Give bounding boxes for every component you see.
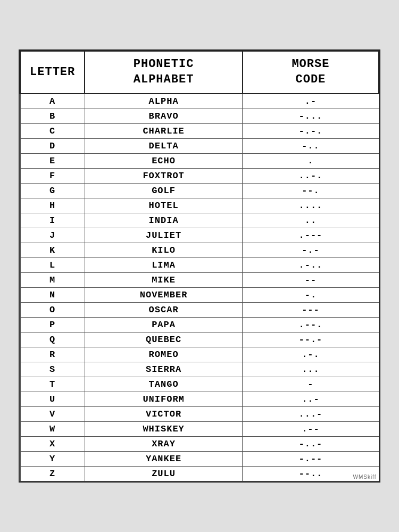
cell-morse: .- bbox=[243, 94, 379, 109]
table-header-row: LETTER PHONETIC ALPHABET MORSE CODE bbox=[20, 51, 379, 93]
cell-morse: .--- bbox=[243, 228, 379, 243]
cell-phonetic: UNIFORM bbox=[85, 392, 243, 406]
table-row: FFOXTROT..-. bbox=[20, 168, 379, 183]
table-row: GGOLF--. bbox=[20, 183, 379, 198]
cell-letter: D bbox=[20, 138, 85, 153]
cell-letter: E bbox=[20, 153, 85, 168]
cell-letter: B bbox=[20, 109, 85, 123]
cell-morse: --. bbox=[243, 183, 379, 198]
cell-phonetic: INDIA bbox=[85, 213, 243, 228]
table-row: YYANKEE-.-- bbox=[20, 451, 379, 466]
table-row: SSIERRA... bbox=[20, 362, 379, 377]
table-row: VVICTOR...- bbox=[20, 406, 379, 421]
cell-morse: ..- bbox=[243, 392, 379, 406]
table-row: TTANGO- bbox=[20, 377, 379, 392]
table-row: IINDIA.. bbox=[20, 213, 379, 228]
table-row: AALPHA.- bbox=[20, 94, 379, 109]
cell-morse: - bbox=[243, 377, 379, 392]
table-row: KKILO-.- bbox=[20, 243, 379, 257]
cell-morse: -.-- bbox=[243, 451, 379, 466]
table-row: UUNIFORM..- bbox=[20, 392, 379, 406]
cell-phonetic: ALPHA bbox=[85, 94, 243, 109]
cell-letter: U bbox=[20, 392, 85, 406]
cell-letter: S bbox=[20, 362, 85, 377]
table-body: AALPHA.-BBRAVO-...CCHARLIE-.-.DDELTA-..E… bbox=[20, 94, 379, 481]
cell-phonetic: BRAVO bbox=[85, 109, 243, 123]
table-row: LLIMA.-.. bbox=[20, 257, 379, 272]
table-row: NNOVEMBER-. bbox=[20, 287, 379, 302]
cell-morse: -. bbox=[243, 287, 379, 302]
header-letter: LETTER bbox=[20, 51, 85, 93]
table-row: MMIKE-- bbox=[20, 272, 379, 287]
cell-morse: .-- bbox=[243, 421, 379, 436]
cell-morse: --- bbox=[243, 302, 379, 317]
table-row: JJULIET.--- bbox=[20, 228, 379, 243]
cell-letter: T bbox=[20, 377, 85, 392]
morse-code-table-card: LETTER PHONETIC ALPHABET MORSE CODE AALP… bbox=[19, 49, 380, 482]
cell-morse: .--. bbox=[243, 317, 379, 332]
cell-letter: H bbox=[20, 198, 85, 213]
cell-letter: X bbox=[20, 436, 85, 451]
cell-phonetic: CHARLIE bbox=[85, 123, 243, 138]
cell-phonetic: ECHO bbox=[85, 153, 243, 168]
cell-letter: R bbox=[20, 347, 85, 362]
header-phonetic: PHONETIC ALPHABET bbox=[85, 51, 243, 93]
cell-letter: J bbox=[20, 228, 85, 243]
cell-phonetic: HOTEL bbox=[85, 198, 243, 213]
table-row: RROMEO.-. bbox=[20, 347, 379, 362]
cell-morse: ... bbox=[243, 362, 379, 377]
table-row: OOSCAR--- bbox=[20, 302, 379, 317]
table-row: HHOTEL.... bbox=[20, 198, 379, 213]
watermark: WMSkiff bbox=[353, 474, 376, 480]
cell-phonetic: VICTOR bbox=[85, 406, 243, 421]
cell-phonetic: JULIET bbox=[85, 228, 243, 243]
cell-letter: P bbox=[20, 317, 85, 332]
cell-letter: M bbox=[20, 272, 85, 287]
cell-phonetic: ZULU bbox=[85, 466, 243, 481]
cell-phonetic: GOLF bbox=[85, 183, 243, 198]
cell-phonetic: WHISKEY bbox=[85, 421, 243, 436]
cell-morse: .-. bbox=[243, 347, 379, 362]
morse-code-table: LETTER PHONETIC ALPHABET MORSE CODE AALP… bbox=[20, 51, 379, 481]
table-row: PPAPA.--. bbox=[20, 317, 379, 332]
table-row: CCHARLIE-.-. bbox=[20, 123, 379, 138]
cell-morse: . bbox=[243, 153, 379, 168]
cell-phonetic: QUEBEC bbox=[85, 332, 243, 347]
cell-letter: I bbox=[20, 213, 85, 228]
cell-letter: N bbox=[20, 287, 85, 302]
cell-phonetic: PAPA bbox=[85, 317, 243, 332]
table-row: BBRAVO-... bbox=[20, 109, 379, 123]
cell-phonetic: YANKEE bbox=[85, 451, 243, 466]
header-morse: MORSE CODE bbox=[243, 51, 379, 93]
cell-letter: K bbox=[20, 243, 85, 257]
cell-morse: ...- bbox=[243, 406, 379, 421]
table-row: WWHISKEY.-- bbox=[20, 421, 379, 436]
cell-phonetic: TANGO bbox=[85, 377, 243, 392]
cell-phonetic: KILO bbox=[85, 243, 243, 257]
cell-morse: .. bbox=[243, 213, 379, 228]
table-row: XXRAY-..- bbox=[20, 436, 379, 451]
cell-letter: W bbox=[20, 421, 85, 436]
table-row: EECHO. bbox=[20, 153, 379, 168]
cell-morse: ..-. bbox=[243, 168, 379, 183]
cell-morse: .-.. bbox=[243, 257, 379, 272]
cell-phonetic: ROMEO bbox=[85, 347, 243, 362]
cell-phonetic: LIMA bbox=[85, 257, 243, 272]
cell-letter: G bbox=[20, 183, 85, 198]
cell-morse: --.- bbox=[243, 332, 379, 347]
cell-phonetic: XRAY bbox=[85, 436, 243, 451]
cell-morse: .... bbox=[243, 198, 379, 213]
cell-morse: --..WMSkiff bbox=[243, 466, 379, 481]
cell-letter: Q bbox=[20, 332, 85, 347]
cell-letter: V bbox=[20, 406, 85, 421]
table-row: ZZULU--..WMSkiff bbox=[20, 466, 379, 481]
cell-letter: Z bbox=[20, 466, 85, 481]
cell-letter: O bbox=[20, 302, 85, 317]
cell-phonetic: SIERRA bbox=[85, 362, 243, 377]
cell-morse: -.- bbox=[243, 243, 379, 257]
cell-phonetic: DELTA bbox=[85, 138, 243, 153]
table-row: DDELTA-.. bbox=[20, 138, 379, 153]
cell-phonetic: OSCAR bbox=[85, 302, 243, 317]
cell-phonetic: MIKE bbox=[85, 272, 243, 287]
cell-morse: -... bbox=[243, 109, 379, 123]
